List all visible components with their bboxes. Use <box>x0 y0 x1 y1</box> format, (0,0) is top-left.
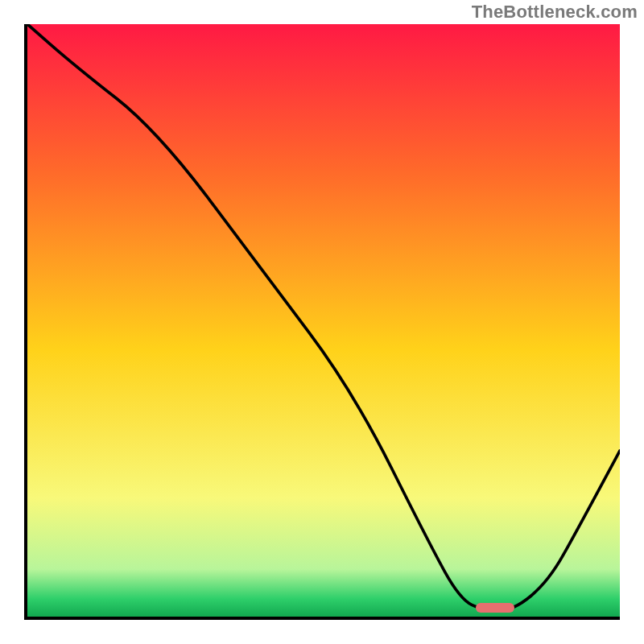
chart-container: TheBottleneck.com <box>0 0 644 644</box>
watermark-text: TheBottleneck.com <box>472 2 638 23</box>
background-gradient <box>27 24 620 617</box>
optimal-marker <box>476 603 514 613</box>
svg-rect-0 <box>27 24 620 617</box>
plot-area <box>24 24 620 620</box>
